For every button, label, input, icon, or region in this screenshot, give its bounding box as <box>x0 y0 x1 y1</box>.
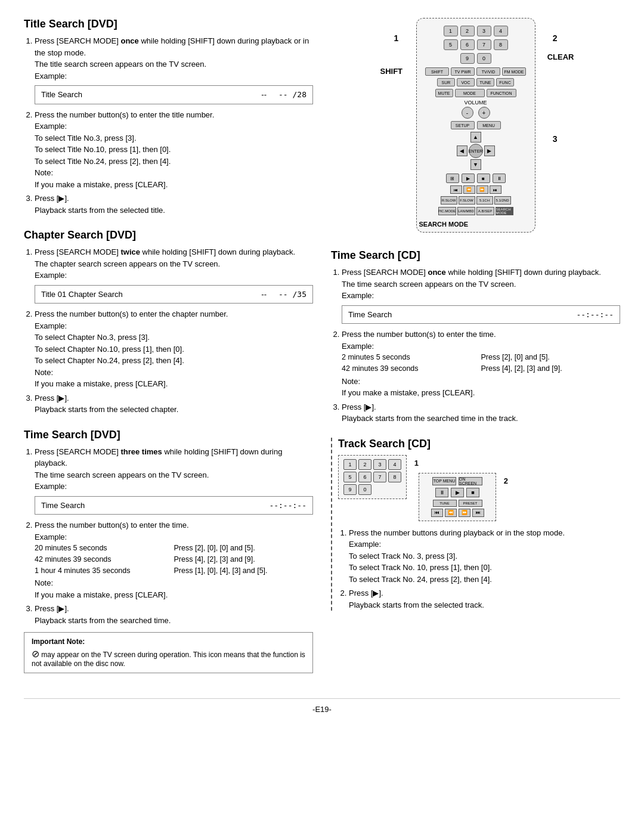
track-search-cd-heading: Track Search [CD] <box>338 438 620 450</box>
chapter-search-dvd-heading: Chapter Search [DVD] <box>24 229 313 242</box>
btn-3: 3 <box>477 26 491 36</box>
remote-vol-btns: - + <box>462 107 490 119</box>
remote-tune-row: ⏮ ⏪ ⏩ ⏭ <box>423 185 529 194</box>
remote-setup-row: SETUP MENU <box>423 121 529 129</box>
ctrl-topmenu: TOP MENU <box>432 477 456 485</box>
remote-top-row1: 1 2 3 4 <box>423 26 529 36</box>
btn-9: 9 <box>460 53 475 64</box>
np-btn-0: 0 <box>358 484 371 495</box>
btn-tune-minus: ⏮ <box>450 185 462 194</box>
ctrl-stop: ■ <box>466 488 479 497</box>
track-remote-numpad-wrapper: 1 2 3 4 5 6 7 8 <box>338 455 407 521</box>
title-search-step-3: Press [▶]. Playback starts from the sele… <box>35 193 313 216</box>
time-search-cd-example-box: Time Search --:--:-- <box>342 305 620 324</box>
remote-mid-row1: SHIFT TV PWR TV/VID FM MODE <box>423 67 529 76</box>
btn-function: FUNC <box>496 78 514 86</box>
label-2-remote: 2 <box>553 33 558 43</box>
ctrl-prev: ⏮ <box>431 509 443 517</box>
remote-volume: VOLUME <box>423 100 529 106</box>
btn-function2: FUNCTION <box>487 89 516 97</box>
np-btn-3: 3 <box>373 459 386 470</box>
time-search-cd-section: Time Search [CD] Press [SEARCH MODE] onc… <box>331 249 620 425</box>
btn-fwd: ⏩ <box>476 185 488 194</box>
time-search-dvd-heading: Time Search [DVD] <box>24 429 313 441</box>
time-search-cd-step-3: Press [▶]. Playback starts from the sear… <box>342 401 620 425</box>
np-btn-4: 4 <box>388 459 401 470</box>
time-search-dvd-section: Time Search [DVD] Press [SEARCH MODE] th… <box>24 429 313 674</box>
numpad-row-2: 5 6 7 8 <box>343 472 401 482</box>
track-remote-numpad: 1 2 3 4 5 6 7 8 <box>338 455 407 499</box>
btn-menu: MENU <box>477 121 501 129</box>
btn-rew: ⏪ <box>463 185 475 194</box>
remote-diagram-area: 1 2 3 4 5 6 7 8 9 0 <box>331 18 620 239</box>
btn-tvvideo: TV/VID <box>476 67 500 76</box>
time-search-dvd-step-2: Press the number button(s) to enter the … <box>35 519 313 600</box>
ctrl-tune: TUNE <box>433 500 457 507</box>
label-1-remote: 1 <box>394 33 399 43</box>
chapter-search-dvd-section: Chapter Search [DVD] Press [SEARCH MODE]… <box>24 229 313 416</box>
np-btn-1: 1 <box>343 459 357 470</box>
title-search-example-box: Title Search -- -- /28 <box>35 85 313 104</box>
dpad-right: ▶ <box>484 145 495 156</box>
important-note-text: ⊘ may appear on the TV screen during ope… <box>32 648 305 668</box>
np-btn-6: 6 <box>358 472 371 482</box>
btn-play: ▶ <box>462 174 475 183</box>
title-search-dvd-section: Title Search [DVD] Press [SEARCH MODE] o… <box>24 18 313 216</box>
volume-label: VOLUME <box>464 100 487 106</box>
chapter-search-step-3: Press [▶]. Playback starts from the sele… <box>35 392 313 416</box>
page-number: -E19- <box>312 705 332 714</box>
btn-shift: SHIFT <box>425 67 449 76</box>
btn-stop: ■ <box>477 174 490 183</box>
btn-setup: SETUP <box>451 121 475 129</box>
btn-lanmbd: LAN/MBD <box>457 207 475 215</box>
ctrl-tune-row: TUNE PRESET <box>425 500 490 507</box>
btn-8: 8 <box>494 39 508 50</box>
btn-fslow: F.SLOW <box>459 196 475 205</box>
numpad-grid: 1 2 3 4 5 6 7 8 <box>343 459 401 495</box>
dpad-down: ▼ <box>470 159 481 170</box>
title-search-step-2: Press the number button(s) to enter the … <box>35 109 313 191</box>
btn-5: 5 <box>444 39 458 50</box>
time-search-cd-heading: Time Search [CD] <box>331 249 620 262</box>
btn-tuneband: TUNE <box>476 78 494 86</box>
btn-vol-down: - <box>462 107 473 119</box>
track-remote-controls-wrapper: TOP MENU ON SCREEN ⏸ ▶ ■ TUNE PRESET <box>419 473 496 521</box>
btn-tvpower: TV PWR <box>451 67 475 76</box>
numpad-row-1: 1 2 3 4 <box>343 459 401 470</box>
time-search-dvd-step-1: Press [SEARCH MODE] three times while ho… <box>35 446 313 515</box>
ctrl-fwd: ⏩ <box>459 509 470 517</box>
btn-2: 2 <box>460 26 475 36</box>
time-search-cd-examples: 2 minutes 5 seconds Press [2], [0] and [… <box>342 352 620 374</box>
remote-bottom-row: R.SLOW F.SLOW 5.1CH 5.1/2ND <box>423 196 529 205</box>
track-numpad-label-1: 1 <box>414 459 419 468</box>
track-search-cd-section: Track Search [CD] 1 2 3 4 5 <box>331 438 620 611</box>
clear-label: CLEAR <box>547 52 574 61</box>
ctrl-next: ⏭ <box>472 509 484 517</box>
track-ctrl-label-2: 2 <box>504 476 508 485</box>
btn-51ch: 5.1CH <box>476 196 493 205</box>
btn-1: 1 <box>444 26 458 36</box>
np-btn-9: 9 <box>343 484 357 495</box>
dpad-enter: ENTER <box>469 144 483 158</box>
ctrl-preset: PRESET <box>459 500 482 507</box>
btn-tune-plus: ⏭ <box>490 185 501 194</box>
time-search-dvd-step-3: Press [▶]. Playback starts from the sear… <box>35 603 313 626</box>
track-search-cd-step-1: Press the number buttons during playback… <box>349 527 620 586</box>
btn-searchmode: SEARCH MODE <box>496 207 513 215</box>
ctrl-onscreen: ON SCREEN <box>459 477 482 485</box>
btn-topmenu: ⊞ <box>446 174 459 183</box>
remote-last-row: PIC.MODE LAN/MBD A.B/SEP SEARCH MODE <box>423 207 529 215</box>
dpad-up: ▲ <box>470 132 481 143</box>
chapter-search-step-1: Press [SEARCH MODE] twice while holding … <box>35 246 313 304</box>
remote-dpad: ▲ ▼ ◀ ▶ ENTER <box>457 132 495 170</box>
np-btn-7: 7 <box>373 472 386 482</box>
btn-7: 7 <box>477 39 491 50</box>
time-search-dvd-example-box: Time Search --:--:-- <box>35 496 313 515</box>
remote-playback-row: ⊞ ▶ ■ ⏸ <box>423 174 529 183</box>
remote-top-row2: 5 6 7 8 <box>423 39 529 50</box>
btn-0: 0 <box>477 53 491 64</box>
track-search-remotes: 1 2 3 4 5 6 7 8 <box>338 455 620 521</box>
btn-voc: VOC <box>457 78 475 86</box>
btn-6: 6 <box>460 39 475 50</box>
np-btn-5: 5 <box>343 472 357 482</box>
